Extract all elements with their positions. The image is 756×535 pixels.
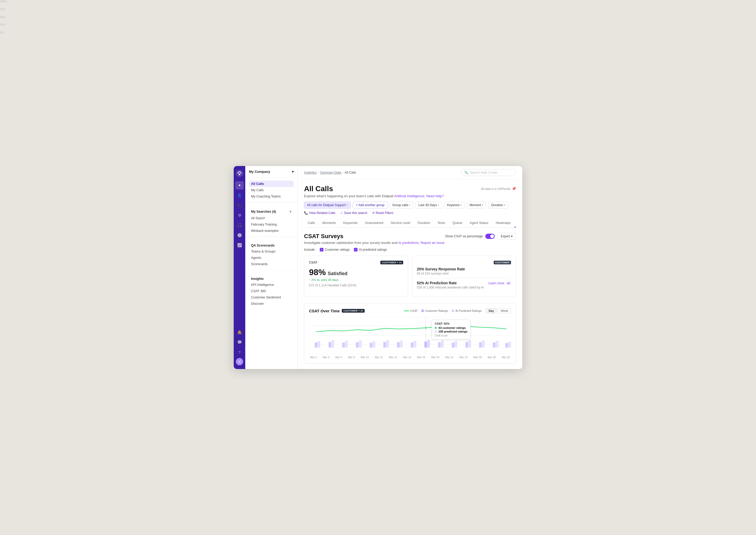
include-ai-predicted[interactable]: ✓ Ai predicted ratings (354, 248, 387, 251)
breadcrumb-sep-1: / (318, 171, 319, 174)
sidebar-item-customer-sentiment[interactable]: Customer Sentiment (249, 294, 294, 300)
nav-icon-help[interactable]: ? (235, 348, 244, 356)
csat-badge: CUSTOMER + AI (380, 261, 403, 264)
sidebar-item-all-calls[interactable]: All Calls (249, 181, 294, 187)
nav-icon-headset[interactable]: 🎧 (235, 221, 244, 230)
sidebar-nav-section: All Calls My Calls My Coaching Teams (245, 178, 297, 201)
tab-keywords[interactable]: Keywords (339, 219, 361, 227)
ai-rate-header: 52% Ai Prediction Rate Learn more Ai (417, 281, 511, 286)
nav-icon-sparkle[interactable]: ✦ (235, 181, 244, 190)
tab-service-level[interactable]: Service Level (387, 219, 414, 227)
breadcrumb-analytics[interactable]: Analytics (304, 171, 317, 174)
tab-csat-surveys[interactable]: CSAT Surveys (515, 219, 516, 227)
chart-tooltip: CSAT: 92% 43 customer ratings 100 predic… (432, 320, 470, 339)
svg-rect-33 (482, 340, 485, 348)
svg-rect-35 (496, 341, 498, 348)
learn-more-link[interactable]: Learn more (489, 281, 504, 285)
searches-add-icon[interactable]: + (289, 209, 292, 214)
include-customer-ratings[interactable]: ✓ Customer ratings (320, 248, 350, 251)
include-row: Include: ✓ Customer ratings ✓ Ai predict… (304, 248, 516, 251)
sidebar-item-winback-examples[interactable]: Winback examples (249, 228, 294, 234)
svg-rect-10 (332, 340, 334, 348)
svg-rect-8 (318, 341, 320, 348)
svg-rect-12 (345, 341, 348, 348)
need-help-link[interactable]: Need help? (426, 194, 444, 198)
chart-title: CSAT Over Time (309, 309, 340, 313)
tab-calls[interactable]: Calls (304, 219, 319, 227)
sidebar-item-my-coaching-teams[interactable]: My Coaching Teams (249, 193, 294, 200)
customer-ratings-checkbox[interactable]: ✓ (320, 248, 323, 251)
sidebar-divider-3 (245, 270, 297, 270)
chart-week-btn[interactable]: Week (498, 308, 511, 313)
legend-customer-ratings: Customer Ratings (421, 309, 448, 312)
filter-keyword[interactable]: Keyword ▾ (444, 202, 464, 209)
tab-queue[interactable]: Queue (449, 219, 466, 227)
chart-day-btn[interactable]: Day (486, 308, 497, 313)
chart-badge: CUSTOMER + AI (342, 309, 365, 313)
tab-unanswered[interactable]: Unanswered (361, 219, 387, 227)
svg-rect-22 (414, 341, 416, 348)
sidebar-item-discover[interactable]: Discover (249, 300, 294, 307)
tooltip-ai-dot (435, 330, 437, 332)
filter-duration[interactable]: Duration ▾ (488, 202, 508, 209)
nav-icon-phone[interactable]: 📞 (235, 201, 244, 210)
search-box[interactable]: 🔍 Search Help Center (461, 169, 516, 176)
ai-predictions-link[interactable]: Ai predictions. (398, 241, 420, 245)
svg-rect-21 (411, 343, 413, 348)
export-button[interactable]: Export ▾ (497, 233, 516, 240)
pin-icon: 📌 (512, 187, 516, 191)
svg-rect-13 (356, 342, 359, 348)
filter-moment-chevron: ▾ (482, 204, 483, 207)
tab-moments[interactable]: Moments (319, 219, 339, 227)
save-search-link[interactable]: ☆ Save this search (340, 211, 368, 215)
filter-date-range[interactable]: Last 30 Days ▾ (415, 202, 442, 209)
filter-group-calls[interactable]: Group calls ▾ (390, 202, 414, 209)
nav-icon-chat[interactable]: 💬 (235, 338, 244, 347)
sidebar-item-csat-360[interactable]: CSAT 360 (249, 288, 294, 294)
refresh-icon: ↺ (372, 211, 375, 215)
ai-intelligence-link[interactable]: Artificial Intelligence. (394, 194, 426, 198)
filter-all-calls[interactable]: All calls for Dialpad Support ▾ (304, 202, 351, 209)
chart-wrapper: 100% 75% 50% 25% 0% (309, 317, 511, 359)
sidebar-item-february-training[interactable]: February Training (249, 221, 294, 228)
tab-duration[interactable]: Duration (414, 219, 434, 227)
nav-icon-person[interactable]: 👤 (235, 191, 244, 200)
csat-value-row: 98% Satisfied (309, 268, 403, 277)
svg-rect-14 (359, 340, 361, 348)
nav-icon-clock[interactable]: 🕐 (235, 231, 244, 239)
company-selector[interactable]: My Company ▾ (245, 166, 297, 178)
nav-icon-chart[interactable]: 📈 (235, 241, 244, 249)
report-issue-link[interactable]: Report an issue (421, 241, 444, 245)
sidebar-item-kpi-intelligence[interactable]: KPI Intelligence (249, 282, 294, 288)
svg-rect-28 (452, 343, 454, 348)
sidebar-item-agents[interactable]: Agents (249, 255, 294, 261)
filter-moment[interactable]: Moment ▾ (467, 202, 486, 209)
filter-keyword-chevron: ▾ (461, 204, 462, 207)
filter-date-range-chevron: ▾ (438, 204, 439, 207)
svg-point-0 (236, 170, 243, 177)
svg-rect-19 (397, 342, 400, 348)
svg-rect-30 (465, 342, 468, 348)
sidebar-item-teams-groups[interactable]: Teams & Groups (249, 248, 294, 255)
breadcrumb-summary-data[interactable]: Summary Data (320, 171, 341, 174)
nav-icon-bell[interactable]: 🔔 (235, 328, 244, 336)
tab-texts[interactable]: Texts (434, 219, 449, 227)
sidebar: My Company ▾ All Calls My Calls My Coach… (245, 166, 298, 369)
svg-rect-9 (328, 342, 331, 348)
svg-rect-17 (383, 342, 386, 348)
filter-add-group[interactable]: + Add another group (353, 202, 387, 209)
page-timezone: All data is in US/Pacific 📌 (481, 187, 516, 191)
sidebar-item-all-stars[interactable]: All Stars!! (249, 215, 294, 221)
view-related-calls-link[interactable]: 📞 View Related Calls (304, 211, 335, 215)
user-avatar[interactable]: U (236, 358, 243, 365)
tab-agent-status[interactable]: Agent Status (466, 219, 492, 227)
csat-main-card: CSAT CUSTOMER + AI 98% Satisfied ↑ 2% vs… (304, 256, 408, 297)
searches-title: My Searches (4) + (249, 207, 294, 215)
reset-filters-link[interactable]: ↺ Reset Filters (372, 211, 393, 215)
nav-icon-settings[interactable]: ⚙ (235, 211, 244, 219)
tab-heatmaps[interactable]: Heatmaps (492, 219, 515, 227)
ai-predicted-checkbox[interactable]: ✓ (354, 248, 357, 251)
sidebar-item-scorecards[interactable]: Scorecards (249, 261, 294, 267)
csat-percentage-toggle[interactable] (485, 234, 495, 239)
sidebar-item-my-calls[interactable]: My Calls (249, 187, 294, 193)
